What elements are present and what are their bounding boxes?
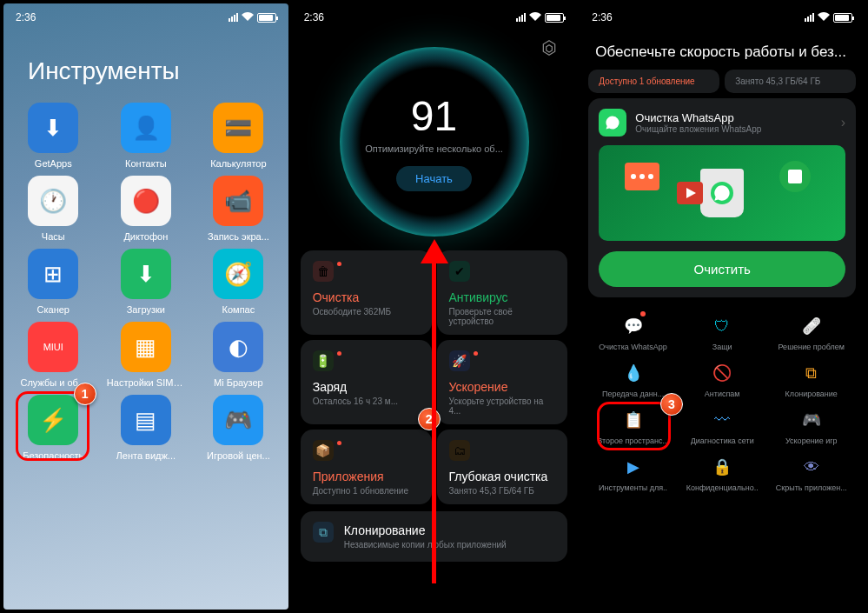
clean-button[interactable]: Очистить bbox=[599, 251, 845, 287]
tile-Приложения[interactable]: 📦 Приложения Доступно 1 обновление bbox=[301, 430, 432, 504]
mini-label: Очистка WhatsApp bbox=[599, 343, 667, 351]
mini-label: Инструменты для.. bbox=[599, 483, 667, 492]
mini-label: Передача данн... bbox=[602, 390, 664, 398]
wifi-icon bbox=[242, 11, 254, 23]
mini-icon: 🔒 bbox=[709, 454, 735, 480]
mini-Конфиденциально..[interactable]: 🔒 Конфиденциально.. bbox=[678, 450, 767, 496]
tile-icon: ✔ bbox=[449, 261, 470, 282]
app-Сканер[interactable]: ⊞Сканер bbox=[7, 249, 100, 315]
app-icon: 🎮 bbox=[213, 395, 263, 445]
app-label: Контакты bbox=[125, 158, 167, 169]
chip-storage[interactable]: Занято 45,3 ГБ/64 ГБ bbox=[725, 70, 856, 93]
signal-icon bbox=[805, 13, 814, 22]
tile-Глубокая очистка[interactable]: 🗂 Глубокая очистка Занято 45,3 ГБ/64 ГБ bbox=[437, 430, 568, 504]
app-GetApps[interactable]: ⬇GetApps bbox=[7, 103, 100, 169]
app-icon: ⚡ bbox=[28, 395, 78, 445]
app-icon: ◐ bbox=[213, 322, 263, 372]
mini-Ускорение игр[interactable]: 🎮 Ускорение игр bbox=[766, 403, 856, 449]
app-label: Калькулятор bbox=[210, 158, 266, 169]
app-Компас[interactable]: 🧭Компас bbox=[192, 249, 285, 315]
app-Загрузки[interactable]: ⬇Загрузки bbox=[100, 249, 193, 315]
svg-point-2 bbox=[639, 174, 645, 179]
battery-icon bbox=[833, 13, 852, 23]
status-time: 2:36 bbox=[592, 11, 612, 23]
app-icon: 🟰 bbox=[213, 103, 263, 153]
app-label: Игровой цен... bbox=[207, 450, 270, 461]
mini-icon: 💧 bbox=[620, 360, 646, 386]
mini-Диагностика сети[interactable]: 〰 Диагностика сети bbox=[678, 403, 767, 449]
tile-sub: Освободите 362МБ bbox=[313, 307, 420, 316]
app-icon: 🔴 bbox=[121, 176, 171, 226]
mini-Защи[interactable]: 🛡 Защи bbox=[678, 310, 767, 355]
score-subtitle: Оптимизируйте несколько об... bbox=[365, 143, 503, 154]
card-title: Очистка WhatsApp bbox=[635, 111, 761, 124]
wifi-icon bbox=[818, 11, 830, 23]
mini-Скрыть приложен...[interactable]: 👁 Скрыть приложен... bbox=[766, 450, 856, 496]
score-ring: 91 Оптимизируйте несколько об... Начать bbox=[340, 47, 529, 237]
mini-Инструменты для..[interactable]: ▶ Инструменты для.. bbox=[588, 450, 678, 496]
tile-sub: Доступно 1 обновление bbox=[313, 486, 420, 496]
settings-hex-icon[interactable] bbox=[540, 38, 559, 57]
phone-1-tools-folder: 2:36 Инструменты ⬇GetApps👤Контакты🟰Кальк… bbox=[3, 3, 288, 610]
app-Запись экра...[interactable]: 📹Запись экра... bbox=[192, 176, 285, 242]
app-icon: ▦ bbox=[121, 322, 171, 372]
mini-Антиспам[interactable]: 🚫 Антиспам bbox=[678, 356, 767, 402]
swipe-up-arrow bbox=[421, 239, 448, 583]
mini-icon: ⧉ bbox=[798, 360, 825, 386]
mini-label: Защи bbox=[712, 343, 732, 351]
tile-Антивирус[interactable]: ✔ Антивирус Проверьте своё устройство bbox=[437, 250, 568, 335]
mini-label: Клонирование bbox=[785, 390, 838, 398]
tile-Ускорение[interactable]: 🚀 Ускорение Ускорьте устройство на 4... bbox=[437, 340, 568, 424]
app-icon: 📹 bbox=[213, 176, 263, 226]
tile-Заряд[interactable]: 🔋 Заряд Осталось 16 ч 23 м... bbox=[301, 340, 432, 424]
app-Диктофон[interactable]: 🔴Диктофон bbox=[100, 176, 193, 242]
mini-icon: 🎮 bbox=[798, 407, 825, 433]
app-Калькулятор[interactable]: 🟰Калькулятор bbox=[192, 103, 285, 169]
status-bar: 2:36 bbox=[580, 3, 865, 31]
app-icon: ▤ bbox=[121, 395, 171, 445]
mini-icon: 🛡 bbox=[709, 313, 735, 339]
app-Службы и об...[interactable]: MIUIСлужбы и об... bbox=[7, 322, 100, 388]
app-Контакты[interactable]: 👤Контакты bbox=[100, 103, 193, 169]
app-Часы[interactable]: 🕐Часы bbox=[7, 176, 100, 242]
notification-dot bbox=[474, 351, 478, 356]
app-label: Лента видж... bbox=[116, 450, 176, 461]
tile-icon: 🗑 bbox=[313, 261, 334, 282]
mini-icon: 🩹 bbox=[798, 313, 825, 339]
clone-icon: ⧉ bbox=[319, 525, 328, 540]
app-label: Часы bbox=[42, 231, 65, 242]
wifi-icon bbox=[529, 11, 541, 23]
tile-Очистка[interactable]: 🗑 Очистка Освободите 362МБ bbox=[301, 250, 432, 335]
tile-sub: Проверьте своё устройство bbox=[449, 307, 556, 326]
app-Игровой цен...[interactable]: 🎮Игровой цен... bbox=[192, 395, 285, 461]
mini-Решение проблем[interactable]: 🩹 Решение проблем bbox=[766, 310, 856, 355]
start-button[interactable]: Начать bbox=[396, 166, 472, 191]
mini-Очистка WhatsApp[interactable]: 💬 Очистка WhatsApp bbox=[588, 310, 678, 355]
tile-icon: 🔋 bbox=[313, 350, 334, 371]
signal-icon bbox=[516, 13, 526, 22]
app-Лента видж...[interactable]: ▤Лента видж... bbox=[100, 395, 193, 461]
whatsapp-icon bbox=[599, 109, 626, 137]
app-label: Запись экра... bbox=[208, 231, 269, 242]
tile-sub: Осталось 16 ч 23 м... bbox=[313, 396, 420, 406]
tile-sub: Ускорьте устройство на 4... bbox=[449, 396, 556, 416]
mini-Клонирование[interactable]: ⧉ Клонирование bbox=[766, 356, 856, 402]
app-Настройки SIM-к...[interactable]: ▦Настройки SIM-к... bbox=[100, 322, 193, 388]
tools-mini-grid: 💬 Очистка WhatsApp🛡 Защи🩹 Решение пробле… bbox=[580, 304, 865, 496]
folder-title: Инструменты bbox=[3, 31, 288, 99]
mini-label: Второе пространс... bbox=[597, 436, 669, 445]
app-icon: ⬇ bbox=[121, 249, 171, 299]
mini-label: Антиспам bbox=[705, 390, 740, 398]
tile-icon: 🚀 bbox=[449, 350, 470, 371]
notification-dot bbox=[337, 262, 341, 266]
mini-label: Конфиденциально.. bbox=[686, 483, 759, 492]
chip-updates[interactable]: Доступно 1 обновление bbox=[588, 70, 719, 93]
page-title: Обеспечьте скорость работы и без... bbox=[580, 31, 865, 70]
card-header[interactable]: Очистка WhatsApp Очищайте вложения Whats… bbox=[599, 109, 845, 137]
app-Mi Браузер[interactable]: ◐Mi Браузер bbox=[192, 322, 285, 388]
mini-icon: ▶ bbox=[620, 454, 646, 480]
phone-2-security-app: 2:36 91 Оптимизируйте несколько об... На… bbox=[292, 3, 577, 610]
chevron-right-icon: › bbox=[841, 115, 845, 130]
tile-sub: Занято 45,3 ГБ/64 ГБ bbox=[449, 486, 556, 496]
tile-title: Антивирус bbox=[449, 290, 556, 304]
